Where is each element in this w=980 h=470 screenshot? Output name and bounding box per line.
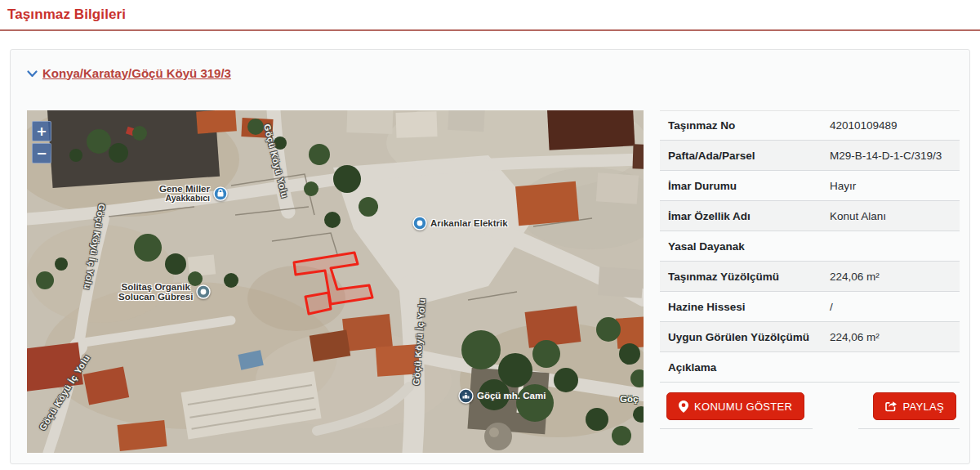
detail-label: Taşınmaz Yüzölçümü xyxy=(668,271,830,283)
panel-header: Konya/Karatay/Göçü Köyü 319/3 xyxy=(27,64,963,82)
location-pin-icon xyxy=(679,401,688,413)
page-title: Taşınmaz Bilgileri xyxy=(0,0,980,23)
table-row: Yasal Dayanak xyxy=(660,231,960,262)
table-row: İmar Özellik Adı Konut Alanı xyxy=(660,201,960,231)
detail-value: M29-B-14-D-1-C/319/3 xyxy=(830,150,951,162)
poi-electric: Arıkanlar Elektrik xyxy=(412,216,508,231)
table-row: Uygun Görülen Yüzölçümü 224,06 m² xyxy=(660,322,960,352)
table-row: Pafta/Ada/Parsel M29-B-14-D-1-C/319/3 xyxy=(660,141,960,171)
poi-shop: Gene Miller Ayakkabıcı xyxy=(159,184,228,203)
table-row: Taşınmaz Yüzölçümü 224,06 m² xyxy=(660,262,960,292)
detail-label: İmar Özellik Adı xyxy=(668,210,830,222)
actions-row: KONUMU GÖSTER PAYLAŞ xyxy=(660,383,960,429)
poi-edge-partial: Göç xyxy=(620,394,638,404)
poi-mosque: Göçü mh. Cami xyxy=(458,388,546,404)
poi-organic: Solitaş Organik Solucan Gübresi xyxy=(118,282,211,302)
poi-shop-type: Ayakkabıcı xyxy=(159,194,210,203)
title-divider xyxy=(0,29,980,31)
property-details-table: Taşınmaz No 42010109489 Pafta/Ada/Parsel… xyxy=(660,110,963,453)
detail-label: Hazine Hissesi xyxy=(668,301,830,313)
table-row: Açıklama xyxy=(660,352,960,383)
poi-edge-text: Göç xyxy=(620,394,638,404)
detail-label: Yasal Dayanak xyxy=(668,240,830,253)
detail-value: 224,06 m² xyxy=(830,271,951,283)
detail-value: Hayır xyxy=(830,180,951,192)
organic-marker-icon xyxy=(196,284,211,299)
table-row: İmar Durumu Hayır xyxy=(660,171,960,201)
property-panel: Konya/Karatay/Göçü Köyü 319/3 xyxy=(10,49,970,464)
electric-marker-icon xyxy=(412,216,427,231)
detail-value: 42010109489 xyxy=(830,119,951,132)
detail-label: İmar Durumu xyxy=(668,180,830,192)
poi-electric-name: Arıkanlar Elektrik xyxy=(430,218,508,228)
zoom-in-button[interactable]: + xyxy=(32,121,51,141)
poi-organic-line2: Solucan Gübresi xyxy=(118,292,193,302)
show-location-button[interactable]: KONUMU GÖSTER xyxy=(666,392,804,420)
detail-value: 224,06 m² xyxy=(830,331,951,343)
detail-value: Konut Alanı xyxy=(830,210,951,222)
detail-label: Açıklama xyxy=(668,361,830,374)
table-row: Taşınmaz No 42010109489 xyxy=(660,110,960,141)
location-link[interactable]: Konya/Karatay/Göçü Köyü 319/3 xyxy=(42,66,231,80)
poi-organic-line1: Solitaş Organik xyxy=(118,282,193,292)
detail-label: Taşınmaz No xyxy=(668,119,830,132)
mosque-marker-icon xyxy=(458,388,474,404)
map-canvas[interactable]: + − Göçü Köyü Yolu Göçü Köyü İç Yolu Göç… xyxy=(27,110,644,453)
map-zoom-controls: + − xyxy=(32,121,51,163)
share-button[interactable]: PAYLAŞ xyxy=(873,392,956,420)
shop-marker-icon xyxy=(213,186,228,201)
chevron-down-icon[interactable] xyxy=(27,70,38,78)
detail-label: Uygun Görülen Yüzölçümü xyxy=(668,331,830,343)
table-row: Hazine Hissesi / xyxy=(660,292,960,322)
detail-label: Pafta/Ada/Parsel xyxy=(668,150,830,162)
zoom-out-button[interactable]: − xyxy=(32,143,51,163)
panel-body: + − Göçü Köyü Yolu Göçü Köyü İç Yolu Göç… xyxy=(27,110,963,453)
poi-mosque-name: Göçü mh. Cami xyxy=(477,391,546,401)
detail-value: / xyxy=(830,301,951,313)
share-icon xyxy=(885,401,898,412)
